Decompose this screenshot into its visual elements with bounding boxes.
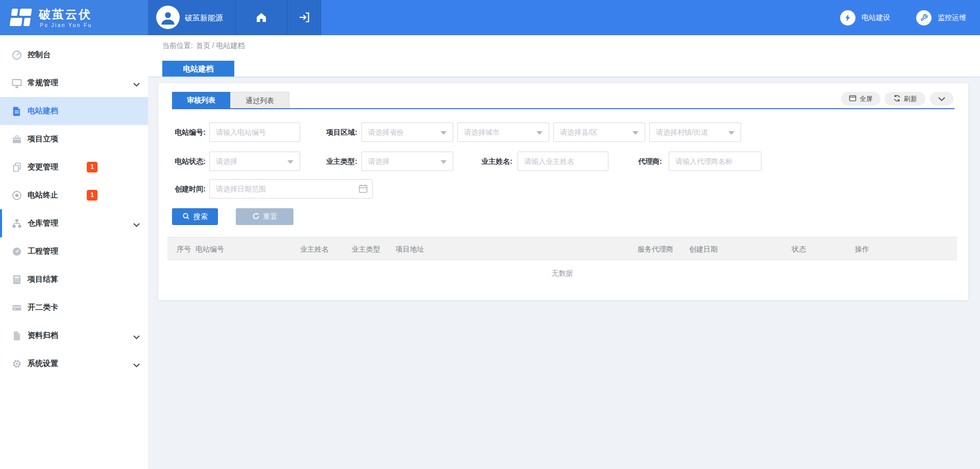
sidebar-item-data-archive[interactable]: 资料归档	[0, 322, 148, 350]
sidebar-item-warehouse-mgmt[interactable]: 仓库管理	[0, 209, 148, 237]
sidebar-item-label: 电站终止	[28, 190, 58, 200]
column-header: 电站编号	[195, 237, 224, 261]
agent-label: 代理商:	[626, 152, 662, 171]
gear-icon	[11, 358, 22, 369]
reset-button[interactable]: 重置	[236, 208, 293, 225]
empty-state-text: 无数据	[167, 269, 957, 278]
province-placeholder: 请选择省份	[368, 123, 404, 141]
breadcrumb: 当前位置:首页 / 电站建档	[162, 41, 245, 51]
refresh-label: 刷新	[904, 94, 917, 104]
page-tab-station-filing[interactable]: 电站建档	[162, 61, 234, 77]
sidebar-item-label: 资料归档	[28, 331, 58, 340]
notification-badge: 1	[87, 162, 97, 172]
refresh-icon	[893, 94, 901, 104]
lightning-icon	[840, 10, 855, 26]
sidebar-item-system-settings[interactable]: 系统设置	[0, 350, 148, 378]
tab-passed-list[interactable]: 通过列表	[230, 92, 289, 108]
sidebar-item-open-class2-card[interactable]: 开二类卡	[0, 293, 148, 322]
company-name: 破茧新能源	[185, 0, 223, 35]
sidebar-item-engineering-mgmt[interactable]: 工程管理	[0, 237, 148, 265]
town-placeholder: 请选择村镇/街道	[656, 123, 708, 141]
sidebar-item-station-filing[interactable]: 电站建档	[0, 97, 148, 125]
caret-down-icon	[632, 131, 639, 135]
sidebar-item-change-mgmt[interactable]: 变更管理 1	[0, 153, 148, 181]
breadcrumb-path[interactable]: 首页 / 电站建档	[196, 41, 245, 50]
user-account-button[interactable]: 破茧新能源	[148, 0, 235, 35]
sidebar-item-label: 系统设置	[28, 359, 58, 368]
chevron-down-icon	[133, 360, 140, 369]
owner-type-placeholder: 请选择	[368, 152, 389, 170]
city-select[interactable]: 请选择城市	[457, 122, 549, 142]
breadcrumb-label: 当前位置:	[162, 41, 193, 50]
sidebar-item-station-termination[interactable]: 电站终止 1	[0, 181, 148, 209]
agent-input[interactable]	[669, 152, 762, 171]
top-header-bar: 破茧云伏 Po Jian Yun Fu 破茧新能源	[0, 0, 980, 35]
tab-underline	[172, 108, 954, 109]
credit-card-icon	[11, 302, 22, 313]
created-time-label: 创建时间:	[167, 179, 206, 199]
district-placeholder: 请选择县/区	[560, 123, 598, 141]
sidebar-item-label: 项目结算	[28, 275, 58, 284]
column-header: 项目地址	[396, 237, 424, 261]
search-button[interactable]: 搜索	[172, 208, 218, 225]
column-header: 状态	[792, 237, 806, 261]
date-range-input[interactable]	[209, 179, 373, 199]
city-placeholder: 请选择城市	[464, 123, 500, 141]
sidebar-item-project-settlement[interactable]: 项目结算	[0, 265, 148, 293]
file-text-icon	[11, 106, 22, 117]
refresh-button[interactable]: 刷新	[885, 92, 925, 106]
breadcrumb-strip: 当前位置:首页 / 电站建档 电站建档	[148, 35, 980, 77]
app-root: 破茧云伏 Po Jian Yun Fu 破茧新能源	[0, 0, 980, 469]
module-monitor-ops[interactable]: 监控运维	[916, 0, 966, 35]
fullscreen-icon	[849, 94, 856, 104]
sidebar-item-label: 开二类卡	[28, 303, 58, 312]
module-label: 监控运维	[938, 13, 966, 22]
sidebar-item-label: 控制台	[28, 50, 51, 60]
station-no-label: 电站编号:	[167, 122, 206, 142]
sidebar-nav: 控制台 常规管理 电站建档	[0, 35, 148, 469]
collapse-panel-button[interactable]	[930, 92, 953, 106]
module-label: 电站建设	[862, 13, 890, 22]
brand-subtitle: Po Jian Yun Fu	[40, 22, 92, 28]
reset-icon	[252, 212, 260, 221]
chevron-down-icon	[133, 80, 140, 89]
fullscreen-button[interactable]: 全屏	[841, 92, 880, 106]
sidebar-item-console[interactable]: 控制台	[0, 41, 148, 69]
chevron-down-icon	[938, 95, 945, 103]
district-select[interactable]: 请选择县/区	[553, 122, 645, 142]
briefcase-icon	[11, 134, 22, 145]
logout-button[interactable]	[287, 0, 321, 35]
owner-type-select[interactable]: 请选择	[361, 152, 453, 171]
sidebar-item-label: 常规管理	[28, 78, 58, 88]
town-select[interactable]: 请选择村镇/街道	[649, 122, 741, 142]
chevron-down-icon	[133, 220, 140, 229]
column-header: 操作	[855, 237, 869, 261]
station-no-input[interactable]	[209, 122, 300, 142]
sidebar-item-label: 项目立项	[28, 134, 58, 144]
region-label: 项目区域:	[316, 122, 357, 142]
reset-label: 重置	[263, 212, 278, 221]
brand-title: 破茧云伏	[39, 7, 92, 22]
owner-name-input[interactable]	[518, 152, 608, 171]
copy-icon	[11, 162, 22, 173]
caret-down-icon	[440, 131, 447, 135]
calculator-icon	[11, 274, 22, 285]
sidebar-item-general-mgmt[interactable]: 常规管理	[0, 69, 148, 97]
caret-down-icon	[287, 160, 293, 164]
sidebar-item-project-initiation[interactable]: 项目立项	[0, 125, 148, 153]
station-status-select[interactable]: 请选择	[209, 152, 300, 171]
search-icon	[182, 212, 190, 221]
owner-type-label: 业主类型:	[316, 152, 357, 171]
gauge-icon	[11, 246, 22, 257]
calendar-icon	[358, 184, 368, 195]
caret-down-icon	[536, 131, 543, 135]
province-select[interactable]: 请选择省份	[361, 122, 453, 142]
monitor-icon	[11, 78, 22, 89]
wrench-icon	[916, 10, 932, 26]
content-card: 审核列表 通过列表 全屏 刷新 电站	[158, 83, 968, 300]
tab-review-list[interactable]: 审核列表	[172, 92, 230, 108]
sidebar-item-label: 变更管理	[28, 162, 58, 172]
home-button[interactable]	[235, 0, 287, 35]
module-station-build[interactable]: 电站建设	[840, 0, 890, 35]
sidebar-item-label: 工程管理	[28, 246, 58, 256]
